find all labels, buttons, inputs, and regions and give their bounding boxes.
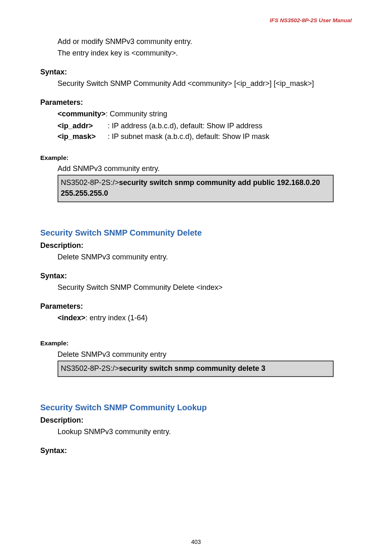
delete-syntax-text: Security Switch SNMP Community Delete <i… [58, 282, 352, 293]
add-example-cmd2: 255.255.255.0 [61, 188, 330, 199]
add-example-codebox: NS3502-8P-2S:/>security switch snmp comm… [58, 175, 334, 202]
delete-example-caption: Delete SNMPv3 community entry [58, 349, 352, 360]
add-example-caption: Add SNMPv3 community entry. [58, 163, 352, 174]
param-ipaddr-key: <ip_addr> [58, 120, 108, 131]
lookup-desc-text: Lookup SNMPv3 community entry. [58, 426, 352, 437]
delete-param-index: <index>: entry index (1-64) [58, 312, 352, 323]
add-example-prompt: NS3502-8P-2S:/> [61, 178, 119, 187]
param-ipmask-val: : IP subnet mask (a.b.c.d), default: Sho… [108, 131, 352, 142]
page-header-product: IFS NS3502-8P-2S User Manual [270, 16, 352, 25]
delete-example-label: Example: [40, 339, 352, 348]
lookup-syntax-label: Syntax: [40, 445, 352, 456]
add-param-ipaddr: <ip_addr> : IP address (a.b.c.d), defaul… [58, 120, 352, 131]
delete-params-label: Parameters: [40, 301, 352, 312]
delete-example-cmd: security switch snmp community delete 3 [119, 364, 265, 372]
add-desc-line2: The entry index key is <community>. [58, 48, 352, 58]
param-community-key: <community> [58, 110, 106, 118]
add-param-ipmask: <ip_mask> : IP subnet mask (a.b.c.d), de… [58, 131, 352, 142]
param-community-val: : Community string [106, 110, 167, 118]
param-ipaddr-val: : IP address (a.b.c.d), default: Show IP… [108, 120, 352, 131]
param-index-val: : entry index (1-64) [85, 314, 148, 322]
delete-section-title: Security Switch SNMP Community Delete [40, 227, 352, 239]
add-desc-line1: Add or modify SNMPv3 community entry. [58, 36, 352, 47]
delete-example-prompt: NS3502-8P-2S:/> [61, 364, 119, 372]
delete-syntax-label: Syntax: [40, 271, 352, 281]
delete-desc-label: Description: [40, 240, 352, 251]
page-number: 403 [0, 538, 392, 546]
lookup-section-title: Security Switch SNMP Community Lookup [40, 402, 352, 414]
delete-desc-text: Delete SNMPv3 community entry. [58, 252, 352, 262]
add-params-label: Parameters: [40, 97, 352, 108]
lookup-desc-label: Description: [40, 415, 352, 426]
add-param-community: <community>: Community string [58, 109, 352, 119]
param-ipmask-key: <ip_mask> [58, 131, 108, 142]
add-example-row1: NS3502-8P-2S:/>security switch snmp comm… [61, 177, 330, 188]
delete-example-codebox: NS3502-8P-2S:/>security switch snmp comm… [58, 361, 334, 377]
add-syntax-text: Security Switch SNMP Community Add <comm… [58, 78, 352, 89]
add-example-label: Example: [40, 153, 352, 162]
param-index-key: <index> [58, 314, 85, 322]
add-example-cmd1: security switch snmp community add publi… [119, 178, 320, 187]
add-syntax-label: Syntax: [40, 67, 352, 77]
